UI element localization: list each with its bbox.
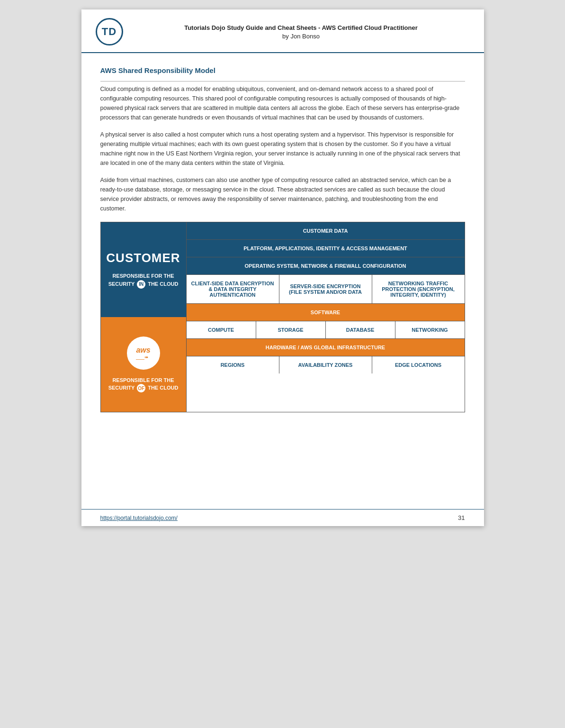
- logo-text: TD: [102, 26, 117, 38]
- header: TD Tutorials Dojo Study Guide and Cheat …: [81, 9, 484, 53]
- of-badge: OF: [137, 384, 145, 392]
- row-hardware: HARDWARE / AWS GLOBAL INFRASTRUCTURE: [187, 339, 465, 356]
- networking-traffic-cell: NETWORKING TRAFFIC PROTECTION (ENCRYPTIO…: [372, 275, 465, 303]
- customer-label: CUSTOMER: [106, 251, 180, 265]
- paragraph-1: Cloud computing is defined as a model fo…: [100, 84, 465, 122]
- header-subtitle: by Jon Bonso: [137, 33, 465, 40]
- aws-section: aws ⎯⎯⎯➠ RESPONSIBLE FOR THE SECURITY OF…: [101, 317, 186, 412]
- in-badge: IN: [137, 280, 145, 289]
- page: TD Tutorials Dojo Study Guide and Cheat …: [81, 9, 484, 526]
- customer-section: CUSTOMER RESPONSIBLE FOR THE SECURITY IN…: [101, 222, 186, 317]
- aws-logo-arrow: ⎯⎯⎯➠: [136, 355, 150, 360]
- paragraph-2: A physical server is also called a host …: [100, 130, 465, 168]
- logo: TD: [96, 18, 123, 46]
- content: AWS Shared Responsibility Model Cloud co…: [81, 53, 484, 509]
- hardware-cell: HARDWARE / AWS GLOBAL INFRASTRUCTURE: [187, 339, 465, 356]
- client-side-cell: CLIENT-SIDE DATA ENCRYPTION & DATA INTEG…: [187, 275, 279, 303]
- header-title: Tutorials Dojo Study Guide and Cheat She…: [137, 24, 465, 39]
- diagram-left-column: CUSTOMER RESPONSIBLE FOR THE SECURITY IN…: [101, 222, 186, 412]
- platform-cell: PLATFORM, APPLICATIONS, IDENTITY & ACCES…: [187, 240, 465, 257]
- header-main-title: Tutorials Dojo Study Guide and Cheat She…: [137, 24, 465, 32]
- section-title: AWS Shared Responsibility Model: [100, 66, 465, 74]
- divider-top: [100, 81, 465, 82]
- networking-cell: NETWORKING: [395, 321, 465, 338]
- storage-cell: STORAGE: [256, 321, 326, 338]
- row-compute: COMPUTE STORAGE DATABASE NETWORKING: [187, 321, 465, 339]
- availability-zones-cell: AVAILABILITY ZONES: [279, 356, 372, 373]
- row-encryption: CLIENT-SIDE DATA ENCRYPTION & DATA INTEG…: [187, 275, 465, 304]
- footer-link[interactable]: https://portal.tutorialsdojo.com/: [100, 515, 178, 521]
- customer-responsible-text: RESPONSIBLE FOR THE SECURITY IN THE CLOU…: [108, 272, 179, 289]
- compute-cell: COMPUTE: [187, 321, 256, 338]
- customer-data-cell: CUSTOMER DATA: [187, 222, 465, 239]
- regions-cell: REGIONS: [187, 356, 279, 373]
- row-platform: PLATFORM, APPLICATIONS, IDENTITY & ACCES…: [187, 240, 465, 257]
- software-cell: SOFTWARE: [187, 304, 465, 321]
- server-side-cell: SERVER-SIDE ENCRYPTION (FILE SYSTEM AND/…: [279, 275, 372, 303]
- row-customer-data: CUSTOMER DATA: [187, 222, 465, 240]
- paragraph-3: Aside from virtual machines, customers c…: [100, 175, 465, 213]
- aws-logo-text: aws: [136, 346, 150, 355]
- edge-locations-cell: EDGE LOCATIONS: [372, 356, 465, 373]
- footer-page-number: 31: [458, 514, 465, 521]
- diagram-right-column: CUSTOMER DATA PLATFORM, APPLICATIONS, ID…: [186, 222, 465, 412]
- aws-logo: aws ⎯⎯⎯➠: [127, 337, 160, 370]
- row-os: OPERATING SYSTEM, NETWORK & FIREWALL CON…: [187, 257, 465, 275]
- row-regions: REGIONS AVAILABILITY ZONES EDGE LOCATION…: [187, 356, 465, 373]
- database-cell: DATABASE: [326, 321, 395, 338]
- aws-responsible-text: RESPONSIBLE FOR THE SECURITY OF THE CLOU…: [108, 376, 179, 393]
- footer: https://portal.tutorialsdojo.com/ 31: [81, 509, 484, 526]
- os-cell: OPERATING SYSTEM, NETWORK & FIREWALL CON…: [187, 257, 465, 274]
- row-software: SOFTWARE: [187, 304, 465, 321]
- shared-responsibility-diagram: CUSTOMER RESPONSIBLE FOR THE SECURITY IN…: [100, 222, 465, 412]
